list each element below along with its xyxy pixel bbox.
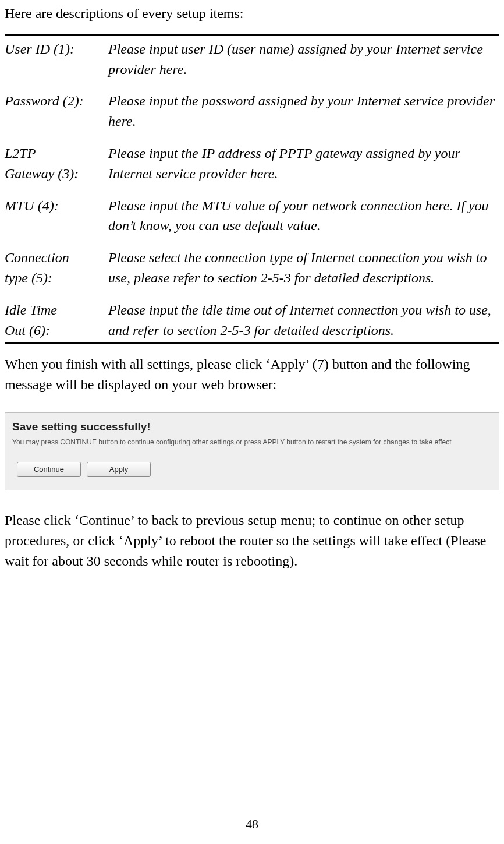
- table-row: User ID (1): Please input user ID (user …: [5, 39, 499, 80]
- table-row: MTU (4): Please input the MTU value of y…: [5, 196, 499, 236]
- table-row: Password (2): Please input the password …: [5, 91, 499, 132]
- divider-bottom: [5, 342, 499, 344]
- desc-cell: Please input the MTU value of your netwo…: [108, 196, 499, 236]
- desc-cell: Please input the IP address of PPTP gate…: [108, 143, 499, 184]
- dialog-heading: Save setting successfully!: [12, 419, 492, 435]
- desc-cell: Please select the connection type of Int…: [108, 248, 499, 288]
- bottom-text: Please click ‘Continue’ to back to previ…: [5, 510, 499, 571]
- term-cell: MTU (4):: [5, 196, 108, 236]
- term-cell: Idle Time Out (6):: [5, 300, 108, 341]
- term-cell: Connection type (5):: [5, 248, 108, 288]
- term-cell: User ID (1):: [5, 39, 108, 80]
- definitions-table: User ID (1): Please input user ID (user …: [5, 39, 499, 341]
- dialog-button-row: Continue Apply: [17, 462, 492, 477]
- table-row: L2TP Gateway (3): Please input the IP ad…: [5, 143, 499, 184]
- table-row: Idle Time Out (6): Please input the idle…: [5, 300, 499, 341]
- continue-button[interactable]: Continue: [17, 462, 81, 477]
- term-cell: Password (2):: [5, 91, 108, 132]
- page-number: 48: [0, 815, 504, 834]
- apply-button[interactable]: Apply: [87, 462, 151, 477]
- term-cell: L2TP Gateway (3):: [5, 143, 108, 184]
- table-row: Connection type (5): Please select the c…: [5, 248, 499, 288]
- desc-cell: Please input the idle time out of Intern…: [108, 300, 499, 341]
- intro-text: Here are descriptions of every setup ite…: [5, 3, 499, 24]
- after-table-text: When you finish with all settings, pleas…: [5, 354, 499, 395]
- divider-top: [5, 34, 499, 36]
- dialog-subtext: You may press CONTINUE button to continu…: [12, 437, 492, 447]
- save-dialog: Save setting successfully! You may press…: [5, 412, 499, 490]
- desc-cell: Please input user ID (user name) assigne…: [108, 39, 499, 80]
- desc-cell: Please input the password assigned by yo…: [108, 91, 499, 132]
